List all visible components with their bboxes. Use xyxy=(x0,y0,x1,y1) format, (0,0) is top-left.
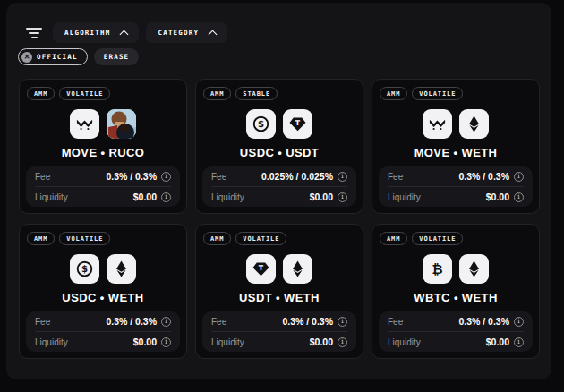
algorithm-filter-label: ALGORITHM xyxy=(64,29,110,37)
info-icon[interactable]: i xyxy=(338,172,347,182)
pool-badges: AMMVOLATILE xyxy=(380,232,463,245)
remove-filter-icon[interactable]: ✕ xyxy=(21,52,32,63)
chip-erase[interactable]: ERASE xyxy=(94,48,140,65)
fee-value: 0.025% / 0.025% xyxy=(261,171,333,182)
fee-row: Fee 0.3% / 0.3% i xyxy=(211,311,347,331)
pool-badges: AMMVOLATILE xyxy=(27,232,110,245)
liquidity-value: $0.00 xyxy=(133,192,157,202)
fee-value: 0.3% / 0.3% xyxy=(106,171,157,182)
pool-stats-box: Fee 0.3% / 0.3% i Liquidity $0.00 i xyxy=(202,311,356,352)
liquidity-row: Liquidity $0.00 i xyxy=(211,187,347,207)
pool-badges: AMMVOLATILE xyxy=(203,232,286,245)
fee-label: Fee xyxy=(388,172,403,182)
pool-card-usdc-usdt[interactable]: AMMSTABLE $T USDC • USDT Fee 0.025% / 0.… xyxy=(195,79,363,214)
fee-value: 0.3% / 0.3% xyxy=(106,316,157,327)
pool-token-icons: $ xyxy=(20,254,186,284)
token-icon-move xyxy=(423,109,452,139)
fee-label: Fee xyxy=(35,172,50,182)
token-icon-usdc: $ xyxy=(246,109,276,139)
badge-amm: AMM xyxy=(380,87,407,100)
fee-value: 0.3% / 0.3% xyxy=(282,316,333,327)
liquidity-row: Liquidity $0.00 i xyxy=(35,332,171,352)
pool-card-move-weth[interactable]: AMMVOLATILE MOVE • WETH Fee 0.3% / 0.3% … xyxy=(372,79,540,214)
info-icon[interactable]: i xyxy=(514,317,524,327)
liquidity-label: Liquidity xyxy=(211,192,244,202)
pool-card-move-ruco[interactable]: AMMVOLATILE MOVE • RUCO Fee 0.3% / 0.3% … xyxy=(19,79,187,214)
liquidity-row: Liquidity $0.00 i xyxy=(35,187,171,207)
badge-amm: AMM xyxy=(27,232,55,245)
fee-label: Fee xyxy=(35,317,50,327)
pool-pair-name: WBTC • WETH xyxy=(372,291,539,304)
pool-stats-box: Fee 0.3% / 0.3% i Liquidity $0.00 i xyxy=(379,166,533,207)
chevron-up-icon xyxy=(120,30,129,38)
info-icon[interactable]: i xyxy=(161,337,171,347)
badge-amm: AMM xyxy=(203,87,231,100)
badge-volatile: VOLATILE xyxy=(59,87,110,100)
category-filter-label: CATEGORY xyxy=(158,29,199,37)
active-filter-chips: ✕ OFFICIAL ERASE xyxy=(18,48,139,65)
info-icon[interactable]: i xyxy=(338,192,347,202)
info-icon[interactable]: i xyxy=(161,192,171,202)
info-icon[interactable]: i xyxy=(514,172,524,182)
liquidity-row: Liquidity $0.00 i xyxy=(211,332,347,352)
badge-amm: AMM xyxy=(380,232,407,245)
info-icon[interactable]: i xyxy=(161,172,171,182)
fee-value: 0.3% / 0.3% xyxy=(458,316,509,327)
pool-pair-name: MOVE • WETH xyxy=(372,146,539,159)
algorithm-filter-button[interactable]: ALGORITHM xyxy=(53,22,139,43)
fee-row: Fee 0.025% / 0.025% i xyxy=(211,166,347,186)
pool-badges: AMMVOLATILE xyxy=(380,87,463,100)
svg-text:$: $ xyxy=(81,264,88,274)
liquidity-label: Liquidity xyxy=(388,192,421,202)
fee-label: Fee xyxy=(388,317,403,327)
info-icon[interactable]: i xyxy=(338,317,347,327)
category-filter-button[interactable]: CATEGORY xyxy=(146,22,227,43)
pool-card-usdt-weth[interactable]: AMMVOLATILE T USDT • WETH Fee 0.3% / 0.3… xyxy=(195,224,363,359)
pool-pair-name: USDC • WETH xyxy=(20,291,186,304)
token-icon-weth xyxy=(459,254,489,284)
pools-grid: AMMVOLATILE MOVE • RUCO Fee 0.3% / 0.3% … xyxy=(19,79,540,359)
pool-card-usdc-weth[interactable]: AMMVOLATILE $ USDC • WETH Fee 0.3% / 0.3… xyxy=(19,224,187,359)
pool-badges: AMMSTABLE xyxy=(203,87,278,100)
liquidity-value: $0.00 xyxy=(133,337,157,347)
info-icon[interactable]: i xyxy=(338,337,347,347)
pool-stats-box: Fee 0.025% / 0.025% i Liquidity $0.00 i xyxy=(202,166,356,207)
token-icon-weth xyxy=(283,254,312,284)
token-icon-usdc: $ xyxy=(70,254,99,284)
token-icon-weth xyxy=(459,109,489,139)
badge-volatile: VOLATILE xyxy=(59,232,110,245)
token-icon-usdt: T xyxy=(246,254,276,284)
svg-text:$: $ xyxy=(258,119,264,129)
svg-text:T: T xyxy=(295,119,301,127)
svg-text:T: T xyxy=(259,264,264,272)
liquidity-row: Liquidity $0.00 i xyxy=(388,187,524,207)
pools-panel: ALGORITHM CATEGORY ✕ OFFICIAL ERASE AMMV… xyxy=(6,3,551,379)
pool-pair-name: MOVE • RUCO xyxy=(20,146,186,159)
info-icon[interactable]: i xyxy=(514,192,524,202)
pool-token-icons: ₿ xyxy=(372,254,539,284)
info-icon[interactable]: i xyxy=(161,317,171,327)
badge-volatile: VOLATILE xyxy=(235,232,286,245)
liquidity-label: Liquidity xyxy=(388,337,421,347)
liquidity-value: $0.00 xyxy=(310,192,333,202)
pool-token-icons: T xyxy=(196,254,363,284)
badge-amm: AMM xyxy=(27,87,55,100)
filter-lines-icon xyxy=(24,28,44,38)
chip-official[interactable]: ✕ OFFICIAL xyxy=(18,48,88,65)
pool-pair-name: USDT • WETH xyxy=(196,291,363,304)
pool-card-wbtc-weth[interactable]: AMMVOLATILE ₿ WBTC • WETH Fee 0.3% / 0.3… xyxy=(372,224,540,359)
badge-volatile: VOLATILE xyxy=(412,87,463,100)
pool-token-icons xyxy=(372,109,539,139)
fee-label: Fee xyxy=(211,172,226,182)
token-icon-ruco xyxy=(107,109,136,139)
fee-row: Fee 0.3% / 0.3% i xyxy=(388,311,524,331)
pool-token-icons: $T xyxy=(196,109,363,139)
fee-row: Fee 0.3% / 0.3% i xyxy=(35,311,171,331)
filter-toolbar: ALGORITHM CATEGORY xyxy=(24,22,227,43)
fee-value: 0.3% / 0.3% xyxy=(458,171,509,182)
info-icon[interactable]: i xyxy=(514,337,524,347)
chip-official-label: OFFICIAL xyxy=(37,53,78,61)
pool-badges: AMMVOLATILE xyxy=(27,87,110,100)
token-icon-move xyxy=(70,109,99,139)
chip-erase-label: ERASE xyxy=(104,53,130,61)
